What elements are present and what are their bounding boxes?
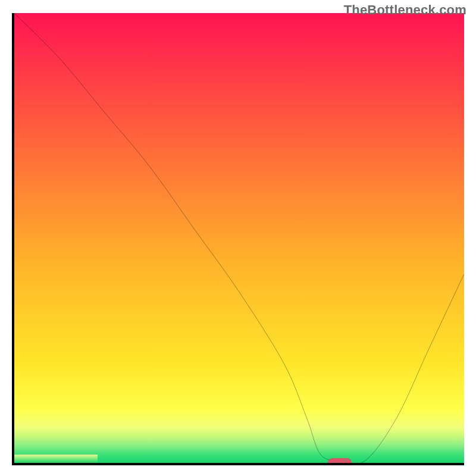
chart-frame: TheBottleneck.com <box>0 0 476 476</box>
bottleneck-curve <box>14 13 464 463</box>
optimal-marker <box>328 458 352 465</box>
plot-area <box>12 13 464 465</box>
watermark-text: TheBottleneck.com <box>344 2 466 18</box>
